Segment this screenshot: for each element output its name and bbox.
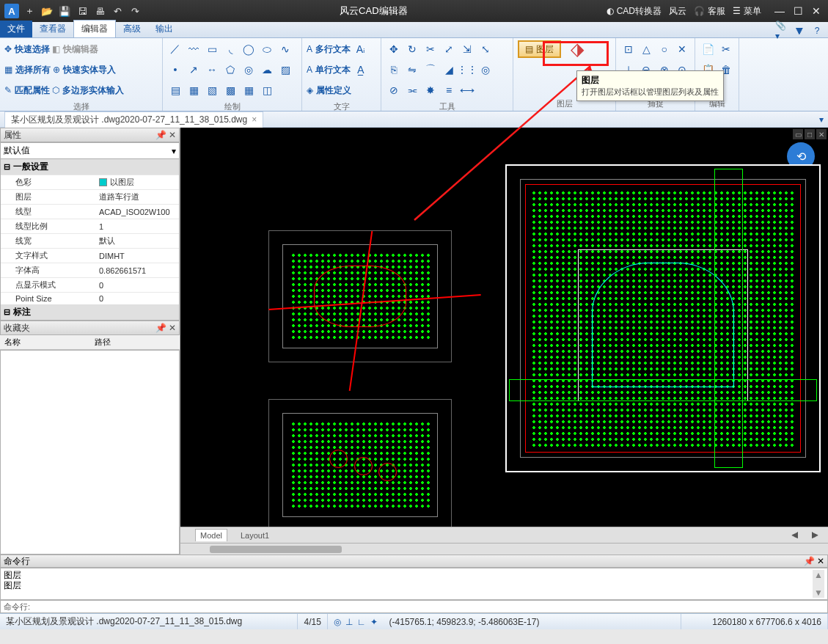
tab-layout1[interactable]: Layout1 bbox=[236, 530, 274, 541]
explode-icon[interactable]: ✸ bbox=[422, 82, 439, 98]
pin-icon[interactable]: 📌 ✕ bbox=[155, 130, 176, 140]
ribbon-expand-icon[interactable]: ⯆ bbox=[793, 24, 806, 37]
point-icon[interactable]: • bbox=[167, 62, 183, 78]
print-icon[interactable]: 🖶 bbox=[92, 4, 107, 18]
table-icon[interactable]: ▦ bbox=[241, 82, 257, 98]
save-pdf-icon[interactable]: 🖫 bbox=[75, 4, 89, 18]
polyline-icon[interactable]: 〰 bbox=[186, 41, 202, 57]
textalign-icon[interactable]: A̲ bbox=[353, 62, 369, 78]
offset-icon[interactable]: ◎ bbox=[477, 62, 494, 78]
status-ortho-icon[interactable]: ∟ bbox=[357, 617, 366, 627]
document-tab[interactable]: 某小区规划及景观设计 .dwg2020-07-27_11_11_38_015.d… bbox=[4, 111, 263, 128]
prop-row[interactable]: 点显示模式0 bbox=[1, 277, 179, 292]
circle-icon[interactable]: ◯ bbox=[241, 41, 257, 57]
edit-cut-icon[interactable]: ✂ bbox=[718, 41, 734, 57]
redo-icon[interactable]: ↷ bbox=[128, 4, 142, 18]
scale-icon[interactable]: ⤡ bbox=[477, 41, 494, 57]
snap-mid-icon[interactable]: △ bbox=[639, 41, 655, 57]
fillet-icon[interactable]: ⌒ bbox=[422, 62, 439, 78]
tabs-dropdown-icon[interactable]: ▾ bbox=[819, 114, 824, 125]
wipeout-icon[interactable]: ▨ bbox=[277, 62, 293, 78]
prop-row[interactable]: Point Size0 bbox=[1, 292, 179, 304]
prop-row[interactable]: 字体高0.862661571 bbox=[1, 263, 179, 277]
rotate-icon[interactable]: ↻ bbox=[404, 41, 420, 57]
tab-scroll-icon[interactable]: ⯈ bbox=[807, 530, 824, 541]
support-button[interactable]: 🎧 客服 bbox=[694, 5, 725, 18]
attrdef-button[interactable]: ◈ 属性定义 bbox=[307, 84, 351, 97]
drawing-canvas[interactable]: ▭□✕ ⟲ bbox=[180, 128, 828, 527]
horizontal-scrollbar[interactable] bbox=[180, 543, 828, 555]
prop-row[interactable]: 色彩以图层 bbox=[1, 175, 179, 189]
select-all-button[interactable]: ▦ 选择所有 bbox=[4, 64, 51, 76]
close-icon[interactable]: ✕ bbox=[812, 5, 821, 17]
tab-editor[interactable]: 编辑器 bbox=[73, 20, 116, 37]
mtext-button[interactable]: A 多行文本 bbox=[307, 43, 351, 56]
hatch-icon[interactable]: ▤ bbox=[167, 82, 183, 98]
pin-icon[interactable]: 📌 ✕ bbox=[155, 323, 176, 333]
open-icon[interactable]: 📂 bbox=[40, 4, 54, 18]
textstyle-icon[interactable]: Aᵢ bbox=[353, 41, 369, 57]
lengthen-icon[interactable]: ⟷ bbox=[459, 82, 475, 98]
tab-close-icon[interactable]: × bbox=[252, 114, 257, 125]
join-icon[interactable]: ⫘ bbox=[404, 82, 420, 98]
snap-int-icon[interactable]: ✕ bbox=[675, 41, 691, 57]
xline-icon[interactable]: ↔ bbox=[204, 62, 220, 78]
spline-icon[interactable]: ∿ bbox=[277, 41, 293, 57]
polygon-import-button[interactable]: ⬡ 多边形实体输入 bbox=[52, 84, 124, 97]
pin-icon[interactable]: 📌 ✕ bbox=[804, 556, 824, 566]
prop-group-annotation[interactable]: ⊟ 标注 bbox=[1, 304, 179, 320]
solid-import-button[interactable]: ⊕ 快速实体导入 bbox=[53, 64, 116, 76]
vp-icon[interactable]: ▭ bbox=[793, 129, 803, 139]
block-editor-button[interactable]: ◧ 快编辑器 bbox=[52, 43, 98, 56]
copy-icon[interactable]: ⎘ bbox=[386, 62, 402, 78]
tab-file[interactable]: 文件 bbox=[0, 21, 32, 37]
chamfer-icon[interactable]: ◢ bbox=[441, 62, 457, 78]
cad-converter-button[interactable]: ◐ CAD转换器 bbox=[607, 5, 662, 18]
snap-end-icon[interactable]: ⊡ bbox=[620, 41, 637, 57]
properties-filter-dropdown[interactable]: 默认值▾ bbox=[0, 142, 180, 159]
save-icon[interactable]: 💾 bbox=[57, 4, 72, 18]
break-icon[interactable]: ⊘ bbox=[386, 82, 402, 98]
vp-maximize-icon[interactable]: □ bbox=[805, 129, 815, 139]
cmd-scrollbar[interactable]: ▲▼ bbox=[813, 570, 824, 598]
status-grid-icon[interactable]: ⊥ bbox=[345, 617, 353, 627]
edit-copy-icon[interactable]: 📄 bbox=[700, 41, 716, 57]
quick-select-button[interactable]: ✥ 快速选择 bbox=[4, 43, 50, 56]
move-icon[interactable]: ✥ bbox=[386, 41, 402, 57]
tab-output[interactable]: 输出 bbox=[148, 21, 180, 37]
tab-advanced[interactable]: 高级 bbox=[116, 21, 148, 37]
3d-icon[interactable]: ◫ bbox=[259, 82, 275, 98]
trim-icon[interactable]: ✂ bbox=[422, 41, 439, 57]
prop-row[interactable]: 文字样式DIMHT bbox=[1, 248, 179, 263]
prop-row[interactable]: 线宽默认 bbox=[1, 233, 179, 248]
minimize-icon[interactable]: — bbox=[774, 5, 785, 17]
gradient-icon[interactable]: ▦ bbox=[186, 82, 202, 98]
layer-props-icon[interactable]: ⬗ bbox=[563, 32, 591, 67]
maximize-icon[interactable]: ☐ bbox=[794, 5, 803, 17]
fav-col-name[interactable]: 名称 bbox=[0, 335, 90, 349]
arc-icon[interactable]: ◟ bbox=[222, 41, 238, 57]
brand-link[interactable]: 风云 bbox=[669, 5, 686, 18]
stretch-icon[interactable]: ⇲ bbox=[459, 41, 475, 57]
snap-cen-icon[interactable]: ○ bbox=[656, 41, 673, 57]
prop-row[interactable]: 线型ACAD_ISO02W100 bbox=[1, 204, 179, 219]
prop-group-general[interactable]: ⊟ 一般设置 bbox=[1, 159, 179, 175]
fav-col-path[interactable]: 路径 bbox=[90, 335, 180, 349]
help-icon[interactable]: ? bbox=[810, 24, 824, 37]
command-history[interactable]: 图层图层 ▲▼ bbox=[0, 568, 828, 600]
status-polar-icon[interactable]: ✦ bbox=[370, 617, 378, 627]
line-icon[interactable]: ／ bbox=[167, 41, 183, 57]
donut-icon[interactable]: ◎ bbox=[241, 62, 257, 78]
extend-icon[interactable]: ⤢ bbox=[441, 41, 457, 57]
tab-scroll-icon[interactable]: ⯇ bbox=[787, 530, 804, 541]
tab-viewer[interactable]: 查看器 bbox=[32, 21, 73, 37]
ellipse-icon[interactable]: ⬭ bbox=[259, 41, 275, 57]
ribbon-options-icon[interactable]: 📎▾ bbox=[775, 24, 788, 37]
region-icon[interactable]: ▧ bbox=[204, 82, 220, 98]
layer-button[interactable]: ▤ 图层 bbox=[518, 40, 561, 58]
menu-button[interactable]: ☰ 菜单 bbox=[733, 5, 761, 18]
properties-grid[interactable]: ⊟ 一般设置 色彩以图层图层道路车行道线型ACAD_ISO02W100线型比例1… bbox=[0, 159, 180, 321]
rect-icon[interactable]: ▭ bbox=[204, 41, 220, 57]
match-prop-button[interactable]: ✎ 匹配属性 bbox=[4, 84, 50, 97]
revcloud-icon[interactable]: ☁ bbox=[259, 62, 275, 78]
